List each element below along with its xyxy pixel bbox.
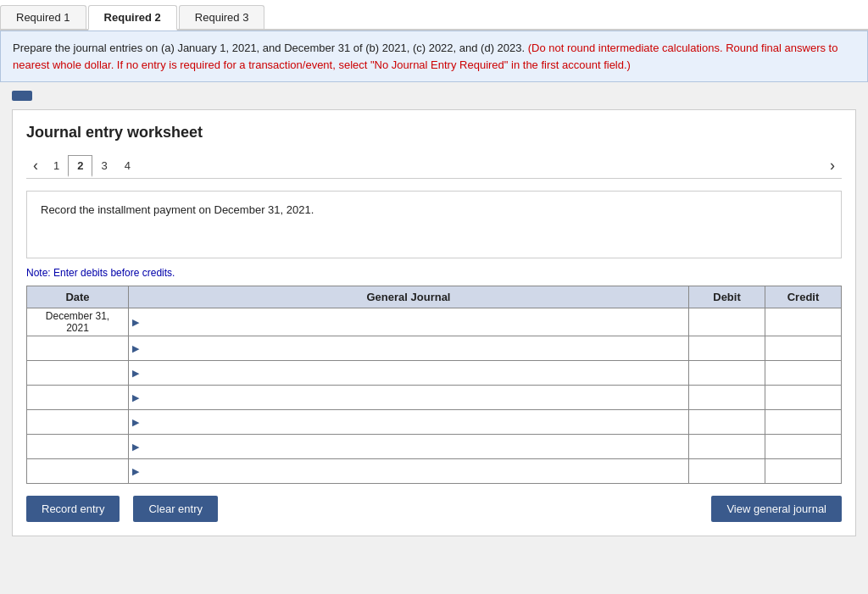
col-header-credit: Credit — [765, 286, 842, 308]
gj-input[interactable] — [141, 416, 688, 429]
table-row: ▶ — [27, 336, 842, 361]
next-page-arrow[interactable]: › — [823, 153, 842, 178]
debit-cell[interactable] — [689, 410, 765, 435]
date-cell — [27, 336, 129, 361]
debit-input[interactable] — [689, 459, 765, 483]
table-row: ▶ — [27, 459, 842, 484]
gj-input[interactable] — [141, 391, 688, 404]
gj-arrow-icon: ▶ — [132, 368, 139, 379]
debit-cell[interactable] — [689, 336, 765, 361]
record-entry-button[interactable]: Record entry — [26, 496, 120, 522]
credit-input[interactable] — [765, 386, 841, 409]
tab-required3[interactable]: Required 3 — [179, 5, 265, 29]
page-nav: ‹ 1 2 3 4 › — [26, 153, 842, 179]
gj-input[interactable] — [141, 342, 688, 355]
gj-arrow-icon: ▶ — [132, 317, 139, 328]
gj-input[interactable] — [141, 465, 688, 478]
gj-cell[interactable]: ▶ — [129, 459, 689, 484]
credit-input[interactable] — [765, 336, 841, 360]
worksheet-title: Journal entry worksheet — [26, 124, 842, 142]
bottom-buttons: Record entry Clear entry View general jo… — [26, 496, 842, 522]
date-cell — [27, 386, 129, 410]
worksheet-container: Journal entry worksheet ‹ 1 2 3 4 › Reco… — [12, 109, 856, 536]
gj-input[interactable] — [141, 367, 688, 380]
debit-cell[interactable] — [689, 361, 765, 386]
debit-cell[interactable] — [689, 435, 765, 459]
gj-cell[interactable]: ▶ — [129, 410, 689, 435]
credit-input[interactable] — [765, 459, 841, 483]
credit-cell[interactable] — [765, 386, 842, 410]
table-row: ▶ — [27, 435, 842, 459]
gj-input[interactable] — [141, 316, 688, 329]
credit-cell[interactable] — [765, 410, 842, 435]
journal-table: Date General Journal Debit Credit Decemb… — [26, 286, 842, 484]
col-header-debit: Debit — [689, 286, 765, 308]
instruction-text-box: Record the installment payment on Decemb… — [26, 191, 842, 258]
view-general-journal-button[interactable]: View general journal — [711, 496, 842, 522]
credit-cell[interactable] — [765, 361, 842, 386]
gj-arrow-icon: ▶ — [132, 417, 139, 428]
debit-cell[interactable] — [689, 308, 765, 336]
date-cell — [27, 410, 129, 435]
col-header-gj: General Journal — [129, 286, 689, 308]
prev-page-arrow[interactable]: ‹ — [26, 153, 45, 178]
debit-input[interactable] — [689, 435, 765, 458]
debit-input[interactable] — [689, 308, 765, 336]
page-1[interactable]: 1 — [45, 156, 68, 175]
table-row: ▶ — [27, 410, 842, 435]
debit-cell[interactable] — [689, 386, 765, 410]
debit-input[interactable] — [689, 410, 765, 434]
gj-arrow-icon: ▶ — [132, 392, 139, 403]
instruction-text: Record the installment payment on Decemb… — [41, 203, 314, 216]
gj-arrow-icon: ▶ — [132, 343, 139, 354]
date-cell — [27, 459, 129, 484]
page-4[interactable]: 4 — [116, 156, 139, 175]
credit-input[interactable] — [765, 361, 841, 385]
table-row: ▶ — [27, 361, 842, 386]
credit-cell[interactable] — [765, 308, 842, 336]
gj-arrow-icon: ▶ — [132, 466, 139, 477]
gj-cell[interactable]: ▶ — [129, 308, 689, 336]
credit-cell[interactable] — [765, 459, 842, 484]
tabs-bar: Required 1 Required 2 Required 3 — [0, 0, 868, 31]
credit-input[interactable] — [765, 308, 841, 336]
credit-cell[interactable] — [765, 435, 842, 459]
credit-input[interactable] — [765, 435, 841, 458]
page-3[interactable]: 3 — [92, 156, 115, 175]
tab-required2[interactable]: Required 2 — [88, 5, 177, 31]
credit-cell[interactable] — [765, 336, 842, 361]
instructions-box: Prepare the journal entries on (a) Janua… — [0, 31, 868, 82]
gj-arrow-icon: ▶ — [132, 441, 139, 452]
credit-input[interactable] — [765, 410, 841, 434]
debit-input[interactable] — [689, 336, 765, 360]
debit-cell[interactable] — [689, 459, 765, 484]
tab-required1[interactable]: Required 1 — [0, 5, 86, 29]
note-text: Note: Enter debits before credits. — [26, 267, 842, 279]
table-row: ▶ — [27, 386, 842, 410]
date-cell — [27, 361, 129, 386]
debit-input[interactable] — [689, 361, 765, 385]
gj-cell[interactable]: ▶ — [129, 386, 689, 410]
table-row: December 31, 2021▶ — [27, 308, 842, 336]
gj-cell[interactable]: ▶ — [129, 435, 689, 459]
page-2[interactable]: 2 — [68, 155, 92, 177]
clear-entry-button[interactable]: Clear entry — [133, 496, 218, 522]
debit-input[interactable] — [689, 386, 765, 409]
view-transaction-button[interactable] — [12, 91, 32, 101]
gj-input[interactable] — [141, 441, 688, 453]
date-cell — [27, 435, 129, 459]
gj-cell[interactable]: ▶ — [129, 361, 689, 386]
gj-cell[interactable]: ▶ — [129, 336, 689, 361]
date-cell: December 31, 2021 — [27, 308, 129, 336]
instructions-main: Prepare the journal entries on (a) Janua… — [13, 42, 525, 54]
col-header-date: Date — [27, 286, 129, 308]
